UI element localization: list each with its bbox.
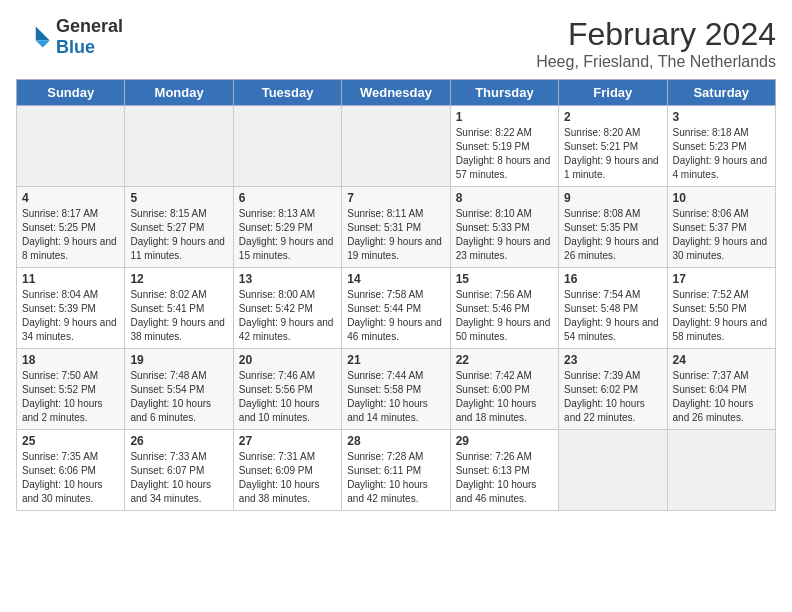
header: General Blue February 2024 Heeg, Friesla… [16, 16, 776, 71]
day-cell [233, 106, 341, 187]
day-info: Sunrise: 7:39 AMSunset: 6:02 PMDaylight:… [564, 369, 661, 425]
day-info: Sunrise: 7:58 AMSunset: 5:44 PMDaylight:… [347, 288, 444, 344]
day-number: 28 [347, 434, 444, 448]
weekday-header-friday: Friday [559, 80, 667, 106]
day-info: Sunrise: 8:00 AMSunset: 5:42 PMDaylight:… [239, 288, 336, 344]
day-info: Sunrise: 7:50 AMSunset: 5:52 PMDaylight:… [22, 369, 119, 425]
day-number: 6 [239, 191, 336, 205]
day-cell: 1Sunrise: 8:22 AMSunset: 5:19 PMDaylight… [450, 106, 558, 187]
day-number: 23 [564, 353, 661, 367]
day-cell: 6Sunrise: 8:13 AMSunset: 5:29 PMDaylight… [233, 187, 341, 268]
day-cell [125, 106, 233, 187]
day-number: 1 [456, 110, 553, 124]
day-info: Sunrise: 7:35 AMSunset: 6:06 PMDaylight:… [22, 450, 119, 506]
day-cell: 5Sunrise: 8:15 AMSunset: 5:27 PMDaylight… [125, 187, 233, 268]
day-cell: 14Sunrise: 7:58 AMSunset: 5:44 PMDayligh… [342, 268, 450, 349]
day-info: Sunrise: 8:15 AMSunset: 5:27 PMDaylight:… [130, 207, 227, 263]
day-number: 5 [130, 191, 227, 205]
day-cell: 13Sunrise: 8:00 AMSunset: 5:42 PMDayligh… [233, 268, 341, 349]
logo-icon [16, 23, 52, 51]
day-info: Sunrise: 7:28 AMSunset: 6:11 PMDaylight:… [347, 450, 444, 506]
day-cell: 27Sunrise: 7:31 AMSunset: 6:09 PMDayligh… [233, 430, 341, 511]
day-number: 22 [456, 353, 553, 367]
day-cell: 22Sunrise: 7:42 AMSunset: 6:00 PMDayligh… [450, 349, 558, 430]
day-cell: 8Sunrise: 8:10 AMSunset: 5:33 PMDaylight… [450, 187, 558, 268]
day-cell: 11Sunrise: 8:04 AMSunset: 5:39 PMDayligh… [17, 268, 125, 349]
day-cell: 3Sunrise: 8:18 AMSunset: 5:23 PMDaylight… [667, 106, 775, 187]
calendar-table: SundayMondayTuesdayWednesdayThursdayFrid… [16, 79, 776, 511]
day-cell: 19Sunrise: 7:48 AMSunset: 5:54 PMDayligh… [125, 349, 233, 430]
day-cell: 4Sunrise: 8:17 AMSunset: 5:25 PMDaylight… [17, 187, 125, 268]
day-number: 17 [673, 272, 770, 286]
day-cell: 12Sunrise: 8:02 AMSunset: 5:41 PMDayligh… [125, 268, 233, 349]
day-info: Sunrise: 8:02 AMSunset: 5:41 PMDaylight:… [130, 288, 227, 344]
day-cell: 9Sunrise: 8:08 AMSunset: 5:35 PMDaylight… [559, 187, 667, 268]
day-number: 8 [456, 191, 553, 205]
logo-general: General [56, 16, 123, 36]
day-cell: 25Sunrise: 7:35 AMSunset: 6:06 PMDayligh… [17, 430, 125, 511]
day-info: Sunrise: 7:37 AMSunset: 6:04 PMDaylight:… [673, 369, 770, 425]
day-number: 19 [130, 353, 227, 367]
day-info: Sunrise: 8:11 AMSunset: 5:31 PMDaylight:… [347, 207, 444, 263]
week-row-1: 1Sunrise: 8:22 AMSunset: 5:19 PMDaylight… [17, 106, 776, 187]
day-info: Sunrise: 7:54 AMSunset: 5:48 PMDaylight:… [564, 288, 661, 344]
day-cell: 21Sunrise: 7:44 AMSunset: 5:58 PMDayligh… [342, 349, 450, 430]
day-cell: 7Sunrise: 8:11 AMSunset: 5:31 PMDaylight… [342, 187, 450, 268]
day-cell: 29Sunrise: 7:26 AMSunset: 6:13 PMDayligh… [450, 430, 558, 511]
svg-marker-1 [36, 41, 50, 48]
day-number: 18 [22, 353, 119, 367]
day-cell: 28Sunrise: 7:28 AMSunset: 6:11 PMDayligh… [342, 430, 450, 511]
location-title: Heeg, Friesland, The Netherlands [536, 53, 776, 71]
day-info: Sunrise: 7:48 AMSunset: 5:54 PMDaylight:… [130, 369, 227, 425]
day-number: 7 [347, 191, 444, 205]
weekday-header-saturday: Saturday [667, 80, 775, 106]
day-number: 2 [564, 110, 661, 124]
day-info: Sunrise: 8:20 AMSunset: 5:21 PMDaylight:… [564, 126, 661, 182]
day-info: Sunrise: 7:44 AMSunset: 5:58 PMDaylight:… [347, 369, 444, 425]
day-number: 21 [347, 353, 444, 367]
day-cell [667, 430, 775, 511]
logo: General Blue [16, 16, 123, 58]
day-info: Sunrise: 7:33 AMSunset: 6:07 PMDaylight:… [130, 450, 227, 506]
day-cell: 15Sunrise: 7:56 AMSunset: 5:46 PMDayligh… [450, 268, 558, 349]
day-info: Sunrise: 8:04 AMSunset: 5:39 PMDaylight:… [22, 288, 119, 344]
day-cell: 2Sunrise: 8:20 AMSunset: 5:21 PMDaylight… [559, 106, 667, 187]
day-cell: 23Sunrise: 7:39 AMSunset: 6:02 PMDayligh… [559, 349, 667, 430]
day-cell [17, 106, 125, 187]
day-info: Sunrise: 8:08 AMSunset: 5:35 PMDaylight:… [564, 207, 661, 263]
title-area: February 2024 Heeg, Friesland, The Nethe… [536, 16, 776, 71]
weekday-header-row: SundayMondayTuesdayWednesdayThursdayFrid… [17, 80, 776, 106]
logo-blue: Blue [56, 37, 95, 57]
weekday-header-thursday: Thursday [450, 80, 558, 106]
day-cell: 16Sunrise: 7:54 AMSunset: 5:48 PMDayligh… [559, 268, 667, 349]
week-row-2: 4Sunrise: 8:17 AMSunset: 5:25 PMDaylight… [17, 187, 776, 268]
day-number: 11 [22, 272, 119, 286]
day-number: 12 [130, 272, 227, 286]
week-row-3: 11Sunrise: 8:04 AMSunset: 5:39 PMDayligh… [17, 268, 776, 349]
day-info: Sunrise: 7:46 AMSunset: 5:56 PMDaylight:… [239, 369, 336, 425]
day-cell: 26Sunrise: 7:33 AMSunset: 6:07 PMDayligh… [125, 430, 233, 511]
day-number: 24 [673, 353, 770, 367]
day-number: 10 [673, 191, 770, 205]
day-number: 9 [564, 191, 661, 205]
day-info: Sunrise: 8:18 AMSunset: 5:23 PMDaylight:… [673, 126, 770, 182]
svg-marker-0 [36, 27, 50, 41]
day-info: Sunrise: 7:31 AMSunset: 6:09 PMDaylight:… [239, 450, 336, 506]
day-number: 16 [564, 272, 661, 286]
day-cell [559, 430, 667, 511]
day-info: Sunrise: 8:22 AMSunset: 5:19 PMDaylight:… [456, 126, 553, 182]
day-info: Sunrise: 7:26 AMSunset: 6:13 PMDaylight:… [456, 450, 553, 506]
day-info: Sunrise: 7:56 AMSunset: 5:46 PMDaylight:… [456, 288, 553, 344]
weekday-header-sunday: Sunday [17, 80, 125, 106]
day-number: 14 [347, 272, 444, 286]
day-number: 27 [239, 434, 336, 448]
day-cell [342, 106, 450, 187]
day-info: Sunrise: 8:06 AMSunset: 5:37 PMDaylight:… [673, 207, 770, 263]
day-number: 13 [239, 272, 336, 286]
day-info: Sunrise: 8:10 AMSunset: 5:33 PMDaylight:… [456, 207, 553, 263]
day-number: 3 [673, 110, 770, 124]
day-cell: 10Sunrise: 8:06 AMSunset: 5:37 PMDayligh… [667, 187, 775, 268]
day-info: Sunrise: 8:13 AMSunset: 5:29 PMDaylight:… [239, 207, 336, 263]
day-info: Sunrise: 8:17 AMSunset: 5:25 PMDaylight:… [22, 207, 119, 263]
day-number: 15 [456, 272, 553, 286]
